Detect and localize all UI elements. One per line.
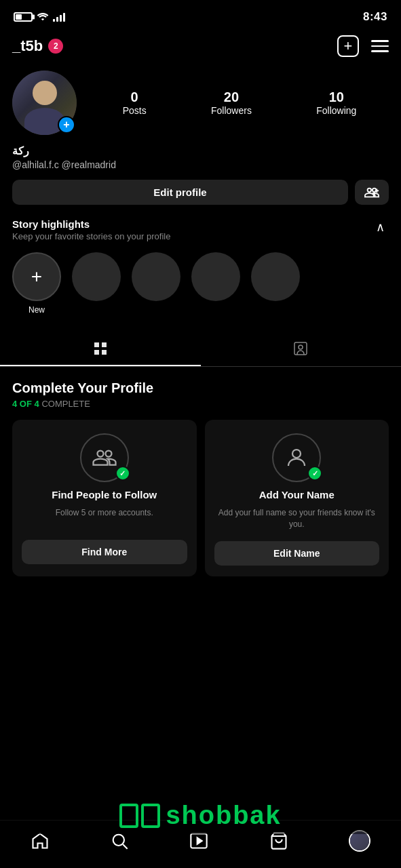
status-bar: 8:43 [0,0,401,30]
nav-home[interactable] [22,829,58,853]
highlights-subtitle: Keep your favorite stories on your profi… [12,231,170,241]
header-left: _t5b 2 [12,37,63,55]
following-stat[interactable]: 10 Following [316,90,356,116]
posts-label: Posts [123,105,147,116]
find-people-desc: Follow 5 or more accounts. [56,507,153,529]
add-square-icon: + [337,35,359,57]
svg-point-4 [292,450,301,458]
add-person-icon [364,185,379,200]
highlight-circle-2 [72,252,121,301]
svg-point-3 [299,345,303,349]
wifi-icon [37,12,49,22]
avatar-container: + [12,71,77,135]
highlight-item-4[interactable] [191,252,240,301]
status-time: 8:43 [363,10,387,24]
profile-top: + 0 Posts 20 Followers 10 Following [12,71,389,135]
svg-rect-2 [294,342,307,355]
highlight-circle-3 [132,252,180,301]
profile-stats: 0 Posts 20 Followers 10 Following [90,90,389,116]
highlight-item-3[interactable] [132,252,180,301]
progress-complete-label: COMPLETE [41,399,90,409]
profile-username: _t5b [12,37,43,55]
story-highlights: Story highlights Keep your favorite stor… [0,218,401,321]
add-content-button[interactable]: + [337,35,359,57]
edit-profile-button[interactable]: Edit profile [12,180,348,205]
tabs-section [0,332,401,367]
find-people-title: Find People to Follow [52,489,157,500]
complete-profile-section: Complete Your Profile 4 OF 4 COMPLETE ✓ … [0,367,401,583]
followers-count: 20 [224,90,239,105]
complete-profile-progress: 4 OF 4 COMPLETE [12,399,389,409]
add-name-desc: Add your full name so your friends know … [214,507,380,530]
home-nav-icon [31,831,50,850]
highlights-list: + New [12,245,389,321]
add-name-card: ✓ Add Your Name Add your full name so yo… [205,420,389,576]
highlight-circle-5 [251,252,300,301]
bio-text: @alhilal.f.c @realmadrid [12,159,389,170]
plus-icon: + [31,267,42,286]
search-nav-icon [110,831,129,850]
nav-shop[interactable] [261,829,297,853]
check-badge-1: ✓ [115,466,130,481]
tab-tagged[interactable] [201,332,402,366]
add-story-button[interactable]: + [58,116,75,134]
new-highlight-circle: + [12,252,61,301]
header-actions: + [337,35,389,57]
highlight-circle-4 [191,252,240,301]
display-name: ركة [12,144,389,157]
profile-section: + 0 Posts 20 Followers 10 Following ركة … [0,64,401,205]
add-name-title: Add Your Name [259,489,335,500]
battery-icon [14,12,33,22]
check-badge-2: ✓ [307,466,322,481]
nav-search[interactable] [102,829,137,853]
find-more-button[interactable]: Find More [22,540,187,564]
person-icon [284,446,309,470]
people-icon [92,446,117,470]
nav-reels[interactable] [181,829,216,853]
bio-section: ركة @alhilal.f.c @realmadrid [12,144,389,170]
add-name-icon-container: ✓ [272,433,321,482]
notification-badge[interactable]: 2 [48,39,63,54]
tagged-tab-icon [292,340,309,357]
following-label: Following [316,105,356,116]
signal-icon [53,12,65,22]
svg-marker-8 [197,837,202,844]
followers-label: Followers [211,105,252,116]
new-highlight-label: New [28,305,45,315]
new-highlight-item[interactable]: + New [12,252,61,315]
following-count: 10 [329,90,344,105]
header: _t5b 2 + [0,30,401,64]
nav-profile[interactable] [341,827,379,854]
progress-count: 4 OF 4 [12,399,39,409]
tab-grid[interactable] [0,332,201,366]
highlight-item-2[interactable] [72,252,121,301]
hamburger-icon [371,40,389,52]
menu-button[interactable] [371,40,389,52]
bottom-nav [0,820,401,868]
svg-point-5 [113,835,124,846]
nav-profile-avatar [349,830,370,852]
action-buttons: Edit profile [12,180,389,205]
highlight-item-5[interactable] [251,252,300,301]
posts-count: 0 [131,90,138,105]
nav-avatar-image [350,831,369,850]
add-friend-button[interactable] [355,180,389,205]
grid-tab-icon [92,340,109,357]
edit-name-button[interactable]: Edit Name [214,541,380,566]
collapse-highlights-button[interactable]: ∧ [372,218,389,236]
highlights-title: Story highlights [12,218,170,230]
followers-stat[interactable]: 20 Followers [211,90,252,116]
find-people-card: ✓ Find People to Follow Follow 5 or more… [12,420,197,576]
complete-profile-title: Complete Your Profile [12,380,389,396]
svg-line-6 [123,844,127,848]
status-left [14,12,65,22]
profile-cards-row: ✓ Find People to Follow Follow 5 or more… [12,420,389,583]
shop-nav-icon [269,831,288,850]
reels-nav-icon [189,831,208,850]
find-people-icon-container: ✓ [80,433,129,482]
posts-stat[interactable]: 0 Posts [123,90,147,116]
highlights-header: Story highlights Keep your favorite stor… [12,218,389,241]
